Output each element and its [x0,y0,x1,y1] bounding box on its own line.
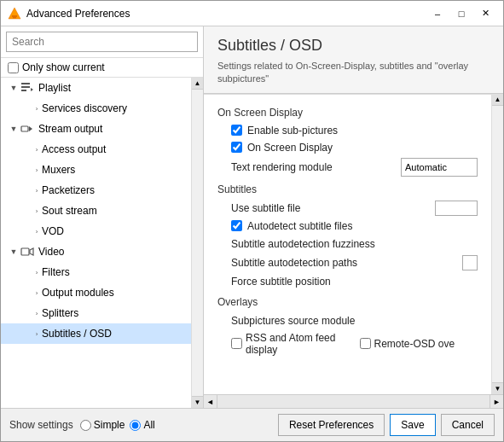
chevron-right-icon-8: › [32,289,42,297]
sidebar-item-services-discovery[interactable]: › Services discovery [1,98,191,119]
subpictures-source-module-row: Subpictures source module [217,311,478,330]
chevron-right-icon-10: › [32,330,42,338]
main-panel-scrollbar: ▲ ▼ [491,94,503,394]
close-button[interactable]: ✕ [474,5,496,22]
splitters-label: Splitters [42,307,78,319]
chevron-right-icon: › [32,105,42,113]
output-modules-label: Output modules [42,287,114,299]
only-show-current-checkbox[interactable] [8,62,19,73]
svg-rect-3 [21,83,30,84]
sidebar-item-stream-output[interactable]: ▼ Stream output [1,119,191,139]
sidebar-item-muxers[interactable]: › Muxers [1,160,191,180]
radio-simple-item: Simple [80,419,125,431]
sidebar-item-filters[interactable]: › Filters [1,262,191,282]
packetizers-label: Packetizers [42,184,95,196]
all-radio[interactable] [130,420,141,431]
on-screen-display-row: On Screen Display [217,139,478,156]
svg-rect-5 [21,90,26,91]
tree-container: ▼ Playlist › [1,78,191,408]
sidebar-item-access-output[interactable]: › Access output [1,139,191,160]
show-settings-label: Show settings [9,419,73,431]
panel-header: Subtitles / OSD Settings related to On-S… [204,26,503,93]
radio-group: Simple All [80,419,155,431]
on-screen-display-label: On Screen Display [247,142,333,154]
chevron-right-icon-4: › [32,187,42,195]
subtitle-paths-row: Subtitle autodetection paths [217,253,478,272]
window-title: Advanced Preferences [26,8,426,20]
rss-atom-row: RSS and Atom feed display Remote-OSD ove [217,330,478,358]
panel-content: On Screen Display Enable sub-pictures On… [204,94,491,394]
chevron-down-icon: ▼ [8,84,20,92]
sout-stream-label: Sout stream [42,205,97,217]
search-box [1,26,203,58]
main-scrollbar-up[interactable]: ▲ [492,94,503,106]
rss-atom-checkbox[interactable] [231,338,242,349]
force-subtitle-position-label: Force subtitle position [231,276,478,288]
services-discovery-label: Services discovery [42,102,127,114]
text-rendering-module-label: Text rendering module [231,161,401,173]
sidebar: Only show current ▼ [1,26,204,408]
h-scroll-track[interactable] [217,395,490,408]
sidebar-item-packetizers[interactable]: › Packetizers [1,180,191,201]
bottom-bar: Show settings Simple All Reset Preferenc… [1,408,503,441]
remote-osd-checkbox[interactable] [360,338,371,349]
reset-preferences-button[interactable]: Reset Preferences [278,414,385,436]
search-input[interactable] [6,32,198,52]
sidebar-item-vod[interactable]: › VOD [1,221,191,241]
minimize-button[interactable]: – [426,5,449,22]
svg-marker-6 [31,88,33,91]
chevron-down-icon-3: ▼ [8,247,20,256]
chevron-right-icon-3: › [32,166,42,174]
content-area: Only show current ▼ [1,26,503,408]
autodetect-subtitle-row: Autodetect subtitle files [217,218,478,235]
radio-all-item: All [130,419,154,431]
window-controls: – □ ✕ [426,5,496,22]
sidebar-item-sout-stream[interactable]: › Sout stream [1,201,191,221]
h-scroll-left-arrow[interactable]: ◄ [204,395,217,409]
autodetect-subtitle-label: Autodetect subtitle files [247,220,352,232]
chevron-right-icon-6: › [32,228,42,236]
svg-rect-7 [21,126,28,131]
panel-title: Subtitles / OSD [217,37,490,55]
advanced-preferences-window: Advanced Preferences – □ ✕ Only show cur… [0,0,504,442]
chevron-right-icon-2: › [32,146,42,154]
scrollbar-up-arrow[interactable]: ▲ [192,78,203,90]
enable-sub-pictures-label: Enable sub-pictures [247,125,338,137]
video-label: Video [38,246,64,258]
maximize-button[interactable]: □ [450,5,472,22]
svg-marker-8 [29,126,32,131]
sidebar-item-video[interactable]: ▼ Video [1,241,191,262]
svg-rect-4 [21,86,30,88]
main-panel: Subtitles / OSD Settings related to On-S… [204,26,503,408]
access-output-label: Access output [42,143,106,155]
h-scroll-right-arrow[interactable]: ► [490,395,503,409]
on-screen-display-checkbox[interactable] [231,142,242,153]
sidebar-item-playlist[interactable]: ▼ Playlist [1,78,191,98]
playlist-icon [20,80,35,96]
stream-output-label: Stream output [38,123,102,135]
save-button[interactable]: Save [390,414,435,436]
simple-radio-label: Simple [94,419,125,431]
stream-output-icon [20,121,35,137]
use-subtitle-file-input[interactable] [435,201,478,216]
subtitles-osd-label: Subtitles / OSD [42,328,112,340]
enable-sub-pictures-checkbox[interactable] [231,125,242,136]
text-rendering-module-input[interactable] [401,158,478,177]
autodetect-subtitle-checkbox[interactable] [231,220,242,231]
scrollbar-down-arrow[interactable]: ▼ [192,396,203,408]
subtitle-paths-input[interactable] [462,255,478,270]
sidebar-item-subtitles-osd[interactable]: › Subtitles / OSD [1,323,191,344]
main-scrollbar-down[interactable]: ▼ [492,382,503,394]
scrollbar-track[interactable] [192,90,203,396]
subtitle-fuzziness-label: Subtitle autodetection fuzziness [231,238,478,250]
use-subtitle-file-row: Use subtitle file [217,199,478,218]
cancel-button[interactable]: Cancel [441,414,495,436]
simple-radio[interactable] [80,420,91,431]
sidebar-scrollbar: ▲ ▼ [191,78,203,408]
sidebar-item-splitters[interactable]: › Splitters [1,303,191,323]
svg-rect-1 [12,15,17,17]
sidebar-item-output-modules[interactable]: › Output modules [1,282,191,303]
use-subtitle-file-label: Use subtitle file [231,202,435,214]
main-scrollbar-track[interactable] [492,106,503,382]
filters-label: Filters [42,266,70,278]
